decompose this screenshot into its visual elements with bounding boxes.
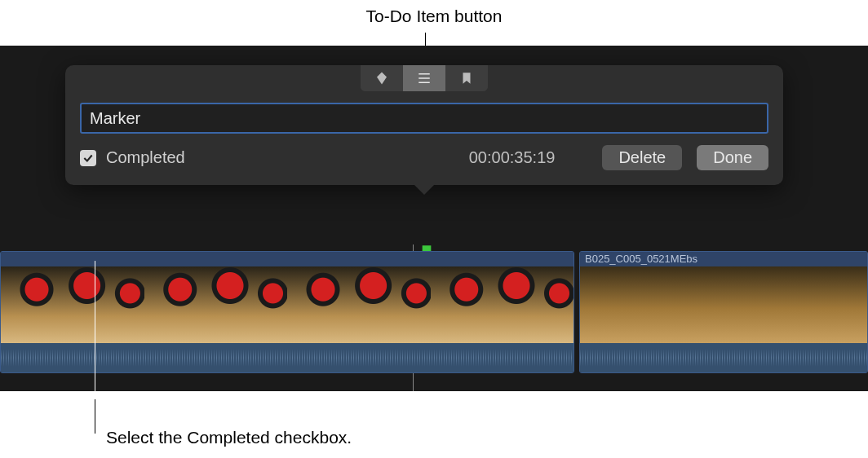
completed-label: Completed: [106, 148, 185, 167]
todo-item-button[interactable]: [403, 65, 445, 91]
marker-timecode: 00:00:35:19: [469, 148, 556, 167]
completed-checkbox[interactable]: [80, 150, 96, 166]
clip-b-thumb: [772, 266, 867, 343]
clip-a[interactable]: [0, 251, 574, 373]
marker-options-row: Completed 00:00:35:19 Delete Done: [80, 145, 768, 170]
done-button[interactable]: Done: [697, 145, 768, 170]
bookmark-icon: [459, 71, 474, 86]
marker-name-value: Marker: [90, 109, 140, 128]
timeline[interactable]: B025_C005_0521MEbs: [0, 233, 868, 380]
clip-b-thumb: [675, 266, 771, 343]
svg-rect-1: [418, 77, 430, 79]
marker-type-segmented-control: [361, 65, 488, 91]
clip-a-audio: [1, 343, 574, 372]
clip-b-titlebar: B025_C005_0521MEbs: [580, 252, 867, 266]
clip-a-thumb: [287, 266, 431, 343]
clip-a-thumb: [1, 266, 144, 343]
marker-popover: Marker Completed 00:00:35:19 Delete Done: [65, 65, 783, 185]
app-dark-region: Marker Completed 00:00:35:19 Delete Done: [0, 46, 868, 391]
clip-a-video: [1, 266, 574, 343]
clip-a-titlebar: [1, 252, 574, 266]
clip-b[interactable]: B025_C005_0521MEbs: [579, 251, 868, 373]
callout-bottom-leader-inside: [95, 261, 95, 391]
waveform: [1, 343, 574, 372]
chapter-marker-button[interactable]: [445, 65, 488, 91]
marker-tag-icon: [374, 71, 389, 86]
todo-list-icon: [417, 71, 432, 86]
svg-rect-0: [418, 73, 430, 75]
standard-marker-button[interactable]: [361, 65, 403, 91]
checkmark-icon: [82, 152, 94, 164]
clip-a-thumb: [144, 266, 288, 343]
callout-top-label: To-Do Item button: [0, 7, 868, 26]
delete-button[interactable]: Delete: [602, 145, 682, 170]
clip-b-audio: [580, 343, 867, 372]
clip-b-video: [580, 266, 867, 343]
waveform: [580, 343, 867, 372]
callout-bottom-label: Select the Completed checkbox.: [106, 428, 352, 447]
marker-name-input[interactable]: Marker: [80, 103, 768, 134]
clip-a-thumb: [431, 266, 574, 343]
svg-rect-2: [418, 82, 430, 84]
callout-bottom-leader-outside: [95, 399, 95, 434]
clip-b-thumb: [580, 266, 675, 343]
